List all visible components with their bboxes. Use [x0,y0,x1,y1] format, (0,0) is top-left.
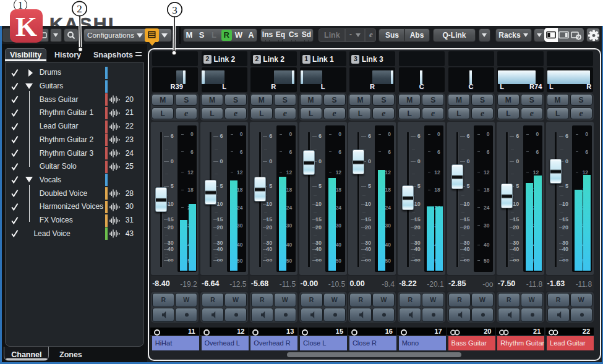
svg-text:K: K [15,11,37,42]
svg-text:3: 3 [172,4,177,16]
svg-text:2: 2 [77,3,82,15]
